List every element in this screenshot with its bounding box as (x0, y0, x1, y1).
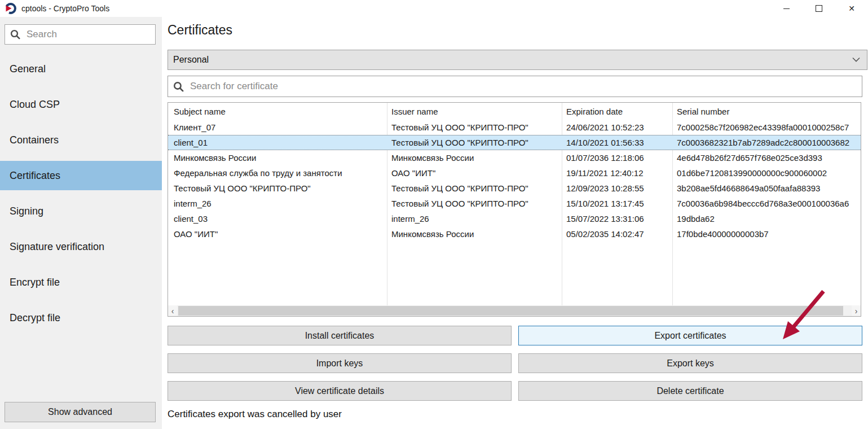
cell-issuer: Тестовый УЦ ООО "КРИПТО-ПРО" (387, 138, 562, 147)
cell-serial: 7c0003682321b7ab7289adc2c800010003682 (672, 138, 861, 147)
column-header-expiration[interactable]: Expiration date (562, 107, 672, 116)
maximize-icon (816, 5, 822, 12)
window-controls: ✕ (770, 0, 868, 17)
show-advanced-button[interactable]: Show advanced (5, 402, 156, 422)
scrollbar-track[interactable] (177, 305, 852, 316)
cell-serial: 4e6d478b26f27d657f768e025ce3d393 (672, 153, 861, 163)
certificate-search-box[interactable] (168, 76, 862, 97)
certificate-store-dropdown[interactable]: Personal (168, 50, 867, 70)
scroll-right-icon[interactable]: › (852, 305, 861, 316)
sidebar-item-containers[interactable]: Containers (0, 125, 162, 155)
certificate-search-input[interactable] (189, 80, 862, 93)
cell-expiration: 01/07/2036 12:18:06 (562, 153, 672, 163)
sidebar-item-decrypt-file[interactable]: Decrypt file (0, 303, 162, 332)
title-bar: cptools - CryptoPro Tools ✕ (0, 0, 868, 17)
cell-serial: 17f0bde40000000003b7 (672, 229, 861, 239)
status-message: Certificates export was cancelled by use… (168, 409, 342, 420)
cell-issuer: interm_26 (387, 214, 562, 224)
minimize-button[interactable] (770, 0, 803, 17)
cell-issuer: Минкомсвязь России (387, 153, 562, 163)
search-icon (173, 81, 184, 92)
cell-issuer: Минкомсвязь России (387, 229, 562, 239)
column-header-issuer[interactable]: Issuer name (387, 107, 562, 116)
table-header-row: Subject name Issuer name Expiration date… (168, 103, 861, 120)
cell-expiration: 05/02/2035 14:02:47 (562, 229, 672, 239)
scrollbar-thumb[interactable] (178, 306, 843, 316)
view-certificate-details-button[interactable]: View certificate details (168, 381, 512, 401)
sidebar-item-encrypt-file[interactable]: Encrypt file (0, 268, 162, 297)
export-keys-button[interactable]: Export keys (518, 353, 862, 373)
window-title: cptools - CryptoPro Tools (21, 4, 109, 13)
sidebar-item-signing[interactable]: Signing (0, 196, 162, 226)
cell-issuer: Тестовый УЦ ООО "КРИПТО-ПРО" (387, 183, 562, 193)
table-row[interactable]: Клиент_07 Тестовый УЦ ООО "КРИПТО-ПРО" 2… (168, 120, 861, 135)
sidebar-item-general[interactable]: General (0, 54, 162, 84)
table-row[interactable]: interm_26 Тестовый УЦ ООО "КРИПТО-ПРО" 1… (168, 196, 861, 211)
sidebar-item-signature-verification[interactable]: Signature verification (0, 232, 162, 261)
search-icon (10, 29, 20, 40)
horizontal-scrollbar[interactable]: ‹ › (168, 305, 861, 316)
cell-expiration: 19/11/2021 12:40:12 (562, 168, 672, 178)
cell-issuer: Тестовый УЦ ООО "КРИПТО-ПРО" (387, 199, 562, 208)
cell-expiration: 15/07/2022 13:31:06 (562, 214, 672, 224)
cell-issuer: ОАО "ИИТ" (387, 168, 562, 178)
close-icon: ✕ (848, 5, 855, 12)
table-row[interactable]: Федеральная служба по труду и занятости … (168, 165, 861, 181)
page-title: Certificates (168, 23, 232, 38)
table-row[interactable]: Тестовый УЦ ООО "КРИПТО-ПРО" Тестовый УЦ… (168, 181, 861, 196)
cell-expiration: 12/09/2023 10:28:55 (562, 183, 672, 193)
column-header-serial[interactable]: Serial number (672, 107, 861, 116)
cell-expiration: 24/06/2021 10:52:23 (562, 122, 672, 132)
sidebar-nav: General Cloud CSP Containers Certificate… (0, 54, 162, 339)
cell-subject: interm_26 (168, 199, 387, 208)
sidebar-search-input[interactable] (25, 28, 155, 41)
sidebar: General Cloud CSP Containers Certificate… (0, 17, 162, 429)
cell-serial: 7c00036a6b984beccc6d768a3e000100036a6 (672, 199, 861, 208)
close-button[interactable]: ✕ (835, 0, 868, 17)
cell-expiration: 15/10/2021 13:17:45 (562, 199, 672, 208)
table-row[interactable]: client_03 interm_26 15/07/2022 13:31:06 … (168, 211, 861, 226)
chevron-down-icon (852, 57, 860, 62)
sidebar-item-cloud-csp[interactable]: Cloud CSP (0, 90, 162, 119)
cell-serial: 19dbda62 (672, 214, 861, 224)
sidebar-item-certificates[interactable]: Certificates (0, 161, 162, 190)
cell-subject: Минкомсвязь России (168, 153, 387, 163)
cell-subject: Тестовый УЦ ООО "КРИПТО-ПРО" (168, 183, 387, 193)
cell-issuer: Тестовый УЦ ООО "КРИПТО-ПРО" (387, 122, 562, 132)
cell-subject: client_03 (168, 214, 387, 224)
export-certificates-button[interactable]: Export certificates (518, 326, 862, 345)
install-certificates-button[interactable]: Install certificates (168, 326, 512, 345)
cell-expiration: 14/10/2021 01:56:33 (562, 138, 672, 147)
cell-subject: ОАО "ИИТ" (168, 229, 387, 239)
table-row[interactable]: ОАО "ИИТ" Минкомсвязь России 05/02/2035 … (168, 226, 861, 242)
main-panel: Certificates Personal Subject name Issue… (162, 17, 868, 429)
cell-subject: Клиент_07 (168, 122, 387, 132)
table-row[interactable]: Минкомсвязь России Минкомсвязь России 01… (168, 150, 861, 165)
sidebar-search-box[interactable] (5, 24, 156, 45)
cell-subject: Федеральная служба по труду и занятости (168, 168, 387, 178)
cell-serial: 3b208ae5fd46688649a050faafa88393 (672, 183, 861, 193)
cell-subject: client_01 (168, 138, 387, 147)
app-logo-icon (5, 2, 17, 15)
delete-certificate-button[interactable]: Delete certificate (518, 381, 862, 401)
maximize-button[interactable] (803, 0, 835, 17)
minimize-icon (783, 8, 790, 9)
store-dropdown-value: Personal (173, 55, 209, 65)
certificates-table: Subject name Issuer name Expiration date… (168, 102, 861, 317)
import-keys-button[interactable]: Import keys (168, 353, 512, 373)
cell-serial: 7c000258c7f206982ec43398fa0001000258c7 (672, 122, 861, 132)
column-header-subject[interactable]: Subject name (168, 107, 387, 116)
table-row-selected[interactable]: client_01 Тестовый УЦ ООО "КРИПТО-ПРО" 1… (168, 135, 861, 150)
cell-serial: 01d6be7120813990000000c900060002 (672, 168, 861, 178)
scroll-left-icon[interactable]: ‹ (168, 305, 177, 316)
